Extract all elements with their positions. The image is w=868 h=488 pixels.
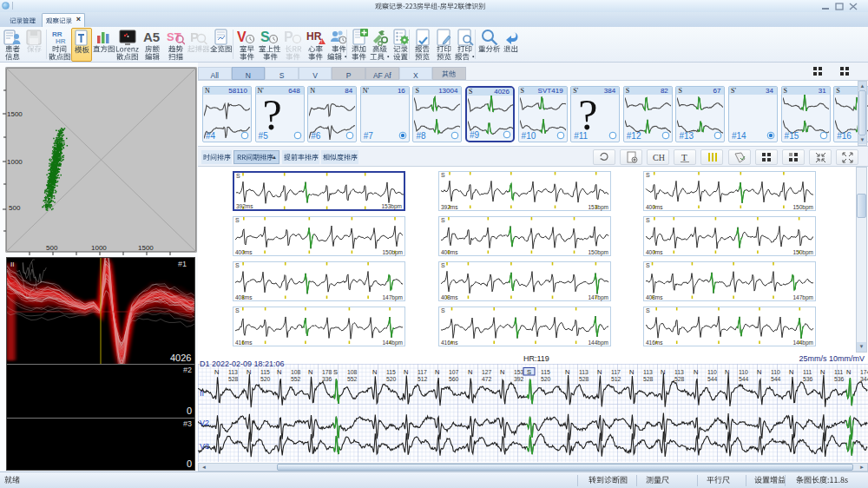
svg-text:108: 108 <box>347 369 358 375</box>
svg-text:528: 528 <box>643 376 654 382</box>
svg-text:336: 336 <box>322 376 332 382</box>
svg-text:N: N <box>661 368 665 376</box>
svg-text:113: 113 <box>579 369 589 375</box>
svg-text:N: N <box>725 368 729 376</box>
svg-text:110: 110 <box>771 369 780 375</box>
svg-text:117: 117 <box>418 369 427 375</box>
svg-text:S: S <box>527 368 531 376</box>
svg-text:N: N <box>372 368 377 376</box>
svg-text:110: 110 <box>707 369 717 375</box>
svg-text:#1: #1 <box>178 260 187 268</box>
svg-text:115: 115 <box>386 369 396 375</box>
svg-text:II: II <box>200 389 204 398</box>
svg-text:S: S <box>333 368 338 376</box>
svg-text:107: 107 <box>449 369 459 375</box>
svg-text:113: 113 <box>674 369 684 375</box>
svg-text:V: V <box>237 30 247 44</box>
svg-text:552: 552 <box>291 376 301 382</box>
svg-text:344: 344 <box>860 376 868 382</box>
svg-text:HR: HR <box>56 37 66 45</box>
svg-text:127: 127 <box>482 369 492 375</box>
svg-text:536: 536 <box>803 376 813 382</box>
svg-text:528: 528 <box>674 376 685 382</box>
svg-text:528: 528 <box>579 376 589 382</box>
svg-text:536: 536 <box>834 376 845 382</box>
svg-text:544: 544 <box>739 376 749 382</box>
svg-text:111: 111 <box>803 369 812 375</box>
svg-text:N: N <box>694 368 698 376</box>
svg-text:N: N <box>565 368 569 376</box>
svg-text:1500: 1500 <box>7 110 23 118</box>
svg-text:HR: HR <box>306 30 322 43</box>
svg-text:560: 560 <box>449 376 459 382</box>
svg-text:113: 113 <box>228 369 238 375</box>
svg-text:178: 178 <box>322 369 332 375</box>
svg-text:P: P <box>284 30 293 44</box>
svg-text:N: N <box>597 368 602 376</box>
svg-text:113: 113 <box>643 369 653 375</box>
svg-text:153: 153 <box>514 369 524 375</box>
svg-text:1000: 1000 <box>91 244 107 252</box>
svg-text:472: 472 <box>482 376 492 382</box>
svg-text:500: 500 <box>9 204 21 212</box>
svg-text:115: 115 <box>541 369 550 375</box>
svg-text:T: T <box>681 152 687 162</box>
svg-text:N: N <box>629 368 634 376</box>
svg-text:520: 520 <box>260 376 271 382</box>
svg-text:V3: V3 <box>200 442 209 451</box>
svg-text:N: N <box>757 368 761 376</box>
svg-text:520: 520 <box>386 376 397 382</box>
svg-text:115: 115 <box>260 369 270 375</box>
svg-text:1000: 1000 <box>7 158 23 166</box>
svg-text:110: 110 <box>739 369 748 375</box>
svg-text:II: II <box>10 260 14 268</box>
svg-text:500: 500 <box>46 244 58 252</box>
svg-text:1500: 1500 <box>138 244 154 252</box>
svg-text:N: N <box>468 368 472 376</box>
svg-text:N: N <box>820 368 825 376</box>
svg-text:N: N <box>404 368 408 376</box>
svg-text:544: 544 <box>771 376 781 382</box>
svg-text:108: 108 <box>291 369 301 375</box>
svg-text:ST: ST <box>167 30 181 43</box>
svg-text:392: 392 <box>514 376 524 382</box>
svg-text:117: 117 <box>611 369 621 375</box>
svg-text:174: 174 <box>860 369 868 375</box>
svg-text:N: N <box>500 368 504 376</box>
svg-text:520: 520 <box>541 376 551 382</box>
svg-text:N: N <box>846 368 851 376</box>
svg-text:N: N <box>789 368 793 376</box>
svg-text:552: 552 <box>347 376 358 382</box>
svg-text:N: N <box>435 368 439 376</box>
svg-text:512: 512 <box>611 376 621 382</box>
svg-text:V2: V2 <box>200 419 209 427</box>
svg-text:N: N <box>308 368 312 376</box>
svg-text:CH: CH <box>653 153 665 162</box>
svg-text:528: 528 <box>228 376 239 382</box>
svg-text:512: 512 <box>418 376 428 382</box>
svg-text:S: S <box>260 30 270 44</box>
svg-text:A5: A5 <box>143 30 160 44</box>
svg-text:544: 544 <box>707 376 718 382</box>
svg-text:4026: 4026 <box>170 353 191 363</box>
svg-text:111: 111 <box>834 369 844 375</box>
